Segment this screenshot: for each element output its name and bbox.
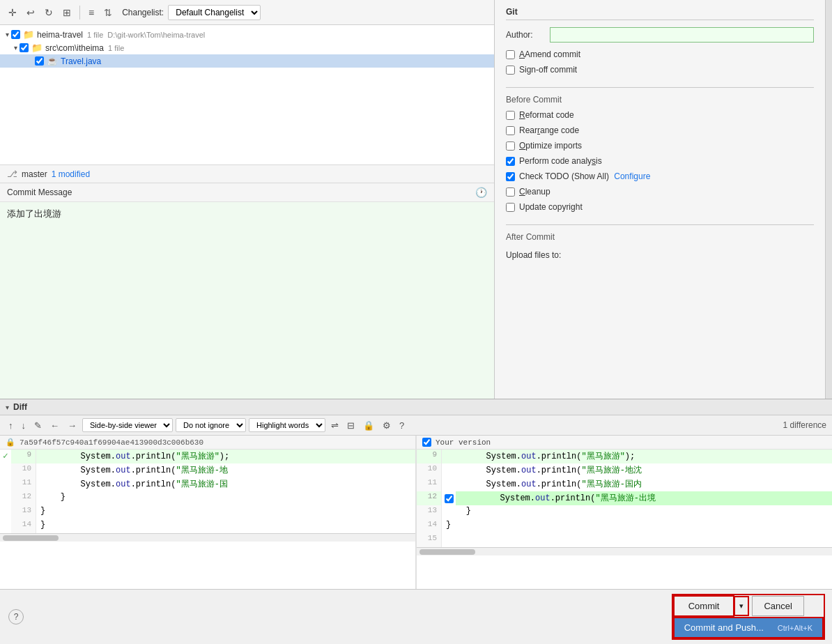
toolbar: ✛ ↩ ↻ ⊞ ≡ ⇅ Changelist: Default Changeli… <box>0 0 494 25</box>
commit-push-button[interactable]: Commit and Push... Ctrl+Alt+K <box>673 617 824 638</box>
commit-dropdown-button[interactable]: ▾ <box>734 596 749 616</box>
right-panel: Git Author: AAmend commit Sign-off commi… <box>495 0 825 399</box>
src-checkbox[interactable] <box>20 43 29 52</box>
perform-analysis-label[interactable]: Perform code analysis <box>519 156 602 166</box>
file-checkbox[interactable] <box>35 56 44 66</box>
diff-help-btn[interactable]: ? <box>396 419 407 432</box>
tree-row-src[interactable]: ▾ 📁 src\com\itheima 1 file <box>0 41 494 54</box>
changelist-select[interactable]: Default Changelist <box>168 5 261 20</box>
reformat-code-row: Reformat code <box>506 110 814 120</box>
optimize-imports-label[interactable]: Optimize imports <box>519 141 582 151</box>
rearrange-code-checkbox[interactable] <box>506 126 515 135</box>
diff-right[interactable]: Your version 9 System.out.println("黑马旅游"… <box>417 436 832 589</box>
diff-lock-btn[interactable]: 🔒 <box>360 419 377 432</box>
diff-line-l-9: ✓ 9 System.out.println("黑马旅游"); <box>0 450 415 463</box>
reformat-code-checkbox[interactable] <box>506 111 515 120</box>
diff-next-btn[interactable]: → <box>65 419 79 432</box>
sign-off-commit-checkbox[interactable] <box>506 66 515 75</box>
check-todo-row: Check TODO (Show All) Configure <box>506 171 814 181</box>
tree-row-file[interactable]: ☕ Travel.java <box>0 54 494 68</box>
left-lock-icon: 🔒 <box>6 438 15 447</box>
update-copyright-label[interactable]: Update copyright <box>519 202 583 212</box>
src-chevron: ▾ <box>14 44 17 52</box>
version-checkbox[interactable] <box>422 438 431 447</box>
diff-hash-bar: 🔒 7a59f46f57c940a1f69904ae413900d3c006b6… <box>0 436 415 450</box>
line-num-r-9: 9 <box>417 450 442 463</box>
diff-title: Diff <box>13 402 27 412</box>
optimize-imports-checkbox[interactable] <box>506 141 515 151</box>
grid-btn[interactable]: ⊞ <box>60 6 74 20</box>
line-content-r-10: System.out.println("黑马旅游-地沈 <box>442 463 832 477</box>
diff-collapse-btn[interactable]: ▾ <box>6 404 9 411</box>
line-content-r-13: } <box>442 505 832 519</box>
diff-prev-btn[interactable]: ← <box>47 419 62 432</box>
redo-btn[interactable]: ↻ <box>42 6 56 20</box>
tree-row-root[interactable]: ▾ 📁 heima-travel 1 file D:\git-work\Tom\… <box>0 28 494 41</box>
root-checkbox[interactable] <box>11 30 20 39</box>
root-path: D:\git-work\Tom\heima-travel <box>107 31 205 39</box>
diff-settings-btn[interactable]: ⚙ <box>380 419 394 432</box>
diff-line-r-10: 10 System.out.println("黑马旅游-地沈 <box>417 463 832 477</box>
perform-analysis-checkbox[interactable] <box>506 157 515 166</box>
line-12-checkbox[interactable] <box>445 494 454 503</box>
split-btn[interactable]: ⊟ <box>344 419 357 432</box>
before-commit-title: Before Commit <box>506 95 814 105</box>
configure-link[interactable]: Configure <box>614 171 650 181</box>
commit-btn-container: Commit ▾ Cancel Commit and Push... Ctrl+… <box>673 595 824 638</box>
check-todo-checkbox[interactable] <box>506 172 515 181</box>
help-button[interactable]: ? <box>8 609 24 624</box>
marker-11 <box>0 477 11 491</box>
sort1-btn[interactable]: ≡ <box>86 6 97 20</box>
top-area: ✛ ↩ ↻ ⊞ ≡ ⇅ Changelist: Default Changeli… <box>0 0 832 399</box>
commit-message-textarea[interactable]: 添加了出境游 <box>0 202 494 399</box>
src-name: src\com\itheima <box>45 43 104 53</box>
upload-label: Upload files to: <box>506 250 561 260</box>
diff-line-r-14: 14 } <box>417 519 832 533</box>
check-todo-label[interactable]: Check TODO (Show All) Configure <box>519 171 650 181</box>
line-num-l-14: 14 <box>11 519 36 533</box>
clock-icon[interactable]: 🕐 <box>475 187 487 198</box>
undo-btn[interactable]: ↩ <box>24 6 38 20</box>
diff-up-btn[interactable]: ↑ <box>6 419 16 432</box>
reformat-code-label[interactable]: Reformat code <box>519 110 574 120</box>
diff-line-r-13: 13 } <box>417 505 832 519</box>
right-scrollbar-h[interactable] <box>417 547 832 555</box>
line-content-l-13: } <box>36 505 415 519</box>
added-marker-9: ✓ <box>0 450 11 463</box>
move-tool-btn[interactable]: ✛ <box>6 6 20 20</box>
diff-edit-btn[interactable]: ✎ <box>31 419 45 432</box>
ignore-select[interactable]: Do not ignore <box>176 418 246 432</box>
line-content-l-10: System.out.println("黑马旅游-地 <box>36 463 415 477</box>
author-input[interactable] <box>550 27 814 43</box>
align-btn[interactable]: ⇌ <box>328 419 341 432</box>
viewer-select[interactable]: Side-by-side viewer <box>82 418 173 432</box>
commit-btn-row: Commit ▾ Cancel <box>673 595 824 617</box>
version-header: Your version <box>417 436 832 450</box>
branch-icon: ⎇ <box>7 169 17 179</box>
line-content-r-15 <box>442 533 832 547</box>
cancel-button[interactable]: Cancel <box>752 596 803 616</box>
diff-line-l-13: 13 } <box>0 505 415 519</box>
amend-commit-checkbox[interactable] <box>506 50 515 59</box>
sort2-btn[interactable]: ⇅ <box>101 6 115 20</box>
amend-commit-label[interactable]: AAmend commit <box>519 49 580 59</box>
branch-bar: ⎇ master 1 modified <box>0 164 494 183</box>
line-content-l-14: } <box>36 519 415 533</box>
diff-left[interactable]: 🔒 7a59f46f57c940a1f69904ae413900d3c006b6… <box>0 436 417 589</box>
diff-line-r-11: 11 System.out.println("黑马旅游-国内 <box>417 477 832 491</box>
marker-14 <box>0 519 11 533</box>
diff-down-btn[interactable]: ↓ <box>19 419 29 432</box>
right-scrollbar[interactable] <box>825 0 832 399</box>
line-num-l-9: 9 <box>11 450 36 463</box>
commit-button[interactable]: Commit <box>673 595 735 617</box>
rearrange-code-label[interactable]: Rearrange code <box>519 125 579 135</box>
highlight-select[interactable]: Highlight words <box>249 418 325 432</box>
update-copyright-checkbox[interactable] <box>506 203 515 212</box>
cleanup-checkbox[interactable] <box>506 187 515 197</box>
cleanup-label[interactable]: Cleanup <box>519 187 550 197</box>
left-scroll-thumb <box>3 535 59 541</box>
folder-icon: 📁 <box>23 29 34 40</box>
left-scrollbar-h[interactable] <box>0 533 415 542</box>
bottom-actions: Commit ▾ Cancel Commit and Push... Ctrl+… <box>673 595 824 638</box>
sign-off-commit-label[interactable]: Sign-off commit <box>519 65 577 75</box>
